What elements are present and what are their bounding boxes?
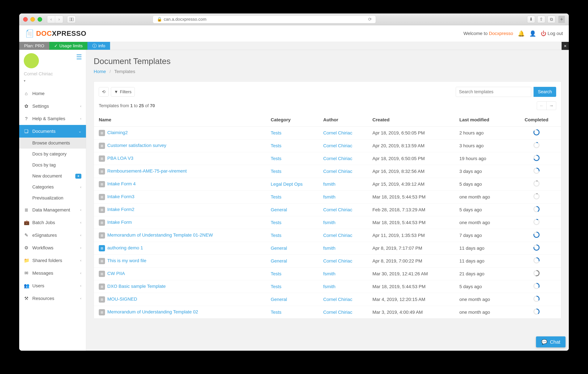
sidebar-item-documents[interactable]: ❏Documents⌄ [19, 125, 86, 138]
author-link[interactable]: Cornel Chiriac [323, 130, 352, 135]
category-link[interactable]: Legal Dept Ops [271, 182, 303, 187]
category-link[interactable]: General [271, 258, 287, 264]
category-link[interactable]: Tests [271, 220, 281, 225]
template-name-link[interactable]: Memorandum of Understanding Template 01-… [107, 233, 213, 238]
sidebar-sub-browse[interactable]: Browse documents [19, 138, 86, 149]
minimize-window-icon[interactable] [30, 17, 35, 22]
tabs-overview-icon[interactable]: ⧉ [547, 16, 555, 23]
template-name-link[interactable]: Intake Form 4 [107, 181, 136, 186]
maximize-window-icon[interactable] [38, 17, 42, 22]
category-link[interactable]: General [271, 297, 287, 302]
template-name-link[interactable]: Memorandum of Understanding Template 02 [107, 309, 198, 314]
sidebar-sub-categories[interactable]: Categories‹ [19, 182, 86, 192]
author-link[interactable]: fsmith [323, 194, 336, 200]
template-name-link[interactable]: Intake Form3 [107, 194, 134, 199]
table-row[interactable]: ⊞Remboursement-AME-75-par-virement Tests… [94, 165, 561, 178]
col-category[interactable]: Category [268, 113, 320, 127]
user-icon[interactable]: 👤 [529, 30, 536, 37]
close-window-icon[interactable] [23, 17, 28, 22]
welcome-link[interactable]: Docxpresso [489, 31, 513, 36]
author-link[interactable]: fsmith [323, 271, 336, 276]
refresh-button[interactable]: ⟲ [99, 87, 109, 96]
next-page-button[interactable]: → [546, 102, 556, 110]
category-link[interactable]: Tests [271, 233, 281, 238]
template-name-link[interactable]: CW PIIA [107, 271, 125, 276]
filters-button[interactable]: ▼Filters [111, 87, 135, 96]
download-icon[interactable]: ⬇ [527, 16, 535, 23]
category-link[interactable]: Tests [271, 271, 281, 276]
category-link[interactable]: Tests [271, 143, 281, 148]
author-link[interactable]: fsmith [323, 182, 336, 187]
author-link[interactable]: Cornel Chiriac [323, 297, 352, 302]
table-row[interactable]: ⊞Intake Form 4 Legal Dept Ops fsmith Apr… [94, 178, 561, 191]
sidebar-item-help[interactable]: ?Help & Samples‹ [19, 112, 86, 125]
sidebar-item-settings[interactable]: ✿Settings‹ [19, 100, 86, 112]
logout-button[interactable]: ⏻Log out [541, 30, 563, 37]
template-name-link[interactable]: Customer satisfaction survey [107, 143, 166, 148]
table-row[interactable]: ⊞DXO Basic sample Template Tests fsmith … [94, 280, 561, 293]
bell-icon[interactable]: 🔔 [518, 30, 525, 37]
author-link[interactable]: fsmith [323, 246, 336, 251]
table-row[interactable]: ⊞Intake Form3 Tests fsmith Mar 18, 2019,… [94, 191, 561, 203]
author-link[interactable]: fsmith [323, 220, 336, 225]
breadcrumb-home[interactable]: Home [94, 69, 106, 74]
author-link[interactable]: Cornel Chiriac [323, 169, 352, 174]
table-row[interactable]: ⊞Intake Form Tests fsmith Mar 18, 2019, … [94, 216, 561, 229]
sidebar-sub-docs-category[interactable]: Docs by category [19, 149, 86, 160]
template-name-link[interactable]: Remboursement-AME-75-par-virement [107, 169, 187, 173]
forward-button[interactable]: › [55, 16, 63, 23]
template-name-link[interactable]: DXO Basic sample Template [107, 284, 166, 289]
category-link[interactable]: Tests [271, 130, 281, 135]
sidebar-item-shared-folders[interactable]: 📁Shared folders‹ [19, 254, 86, 267]
author-link[interactable]: Cornel Chiriac [323, 233, 352, 238]
template-name-link[interactable]: MOU-SIGNED [107, 297, 137, 302]
template-name-link[interactable]: authoring demo 1 [107, 245, 143, 250]
category-link[interactable]: Tests [271, 284, 281, 289]
table-row[interactable]: ⊞Memorandum of Understanding Template 01… [94, 229, 561, 242]
author-link[interactable]: fsmith [323, 284, 336, 289]
sidebar-item-esignatures[interactable]: ✎eSignatures‹ [19, 229, 86, 242]
sidebar-item-users[interactable]: 👥Users‹ [19, 279, 86, 292]
category-link[interactable]: Tests [271, 194, 281, 200]
category-link[interactable]: Tests [271, 156, 281, 161]
logo[interactable]: 📄 DOCXPRESSO [25, 29, 86, 38]
tabs-button[interactable] [67, 16, 76, 23]
sidebar-item-batch-jobs[interactable]: 💼Batch Jobs‹ [19, 216, 86, 229]
col-completed[interactable]: Completed [515, 113, 561, 127]
user-caret-icon[interactable]: ▾ [24, 79, 81, 83]
back-button[interactable]: ‹ [47, 16, 55, 23]
info-button[interactable]: ⓘinfo [87, 42, 110, 50]
table-row[interactable]: ⊞Customer satisfaction survey Tests Corn… [94, 139, 561, 152]
table-row[interactable]: ⊞Memorandum of Understanding Template 02… [94, 306, 561, 319]
table-row[interactable]: ⊞Intake Form2 General Cornel Chiriac Feb… [94, 203, 561, 216]
sidebar-sub-new-document[interactable]: New document+ [19, 171, 86, 182]
sidebar-item-home[interactable]: ⌂Home [19, 87, 86, 100]
category-link[interactable]: General [271, 246, 287, 251]
search-input[interactable] [456, 87, 531, 97]
new-tab-button[interactable]: + [558, 16, 565, 23]
sidebar-sub-docs-tag[interactable]: Docs by tag [19, 160, 86, 171]
sidebar-item-data-management[interactable]: ≣Data Management‹ [19, 203, 86, 216]
col-created[interactable]: Created [369, 113, 456, 127]
avatar[interactable] [24, 53, 39, 68]
table-row[interactable]: ⊞CW PIIA Tests fsmith Mar 30, 2019, 12:4… [94, 267, 561, 280]
plan-badge[interactable]: Plan: PRO [19, 42, 49, 50]
sidebar-item-messages[interactable]: ✉Messages‹ [19, 267, 86, 279]
sidebar-item-resources[interactable]: ⚒Resources‹ [19, 292, 86, 305]
template-name-link[interactable]: Intake Form2 [107, 207, 134, 212]
col-name[interactable]: Name [94, 113, 268, 127]
table-row[interactable]: ⊞Claiming2 Tests Cornel Chiriac Apr 18, … [94, 127, 561, 139]
table-row[interactable]: ⊞MOU-SIGNED General Cornel Chiriac Mar 4… [94, 293, 561, 306]
template-name-link[interactable]: Intake Form [107, 220, 132, 225]
category-link[interactable]: General [271, 207, 287, 212]
template-name-link[interactable]: This is my word file [107, 258, 146, 263]
share-icon[interactable]: ⇧ [537, 16, 545, 23]
author-link[interactable]: Cornel Chiriac [323, 156, 352, 161]
category-link[interactable]: Tests [271, 310, 281, 315]
template-name-link[interactable]: Claiming2 [107, 130, 128, 135]
url-bar[interactable]: 🔒 can.a.docxpresso.com ⟳ [153, 15, 376, 23]
category-link[interactable]: Tests [271, 169, 281, 174]
author-link[interactable]: Cornel Chiriac [323, 310, 352, 315]
col-modified[interactable]: Last modified [456, 113, 515, 127]
chat-widget[interactable]: 💬 Chat [536, 336, 566, 347]
